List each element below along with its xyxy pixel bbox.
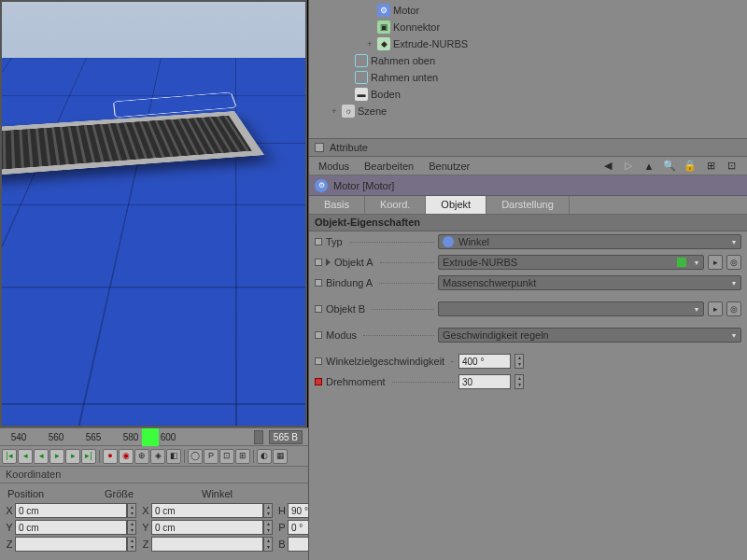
anim-toggle[interactable] — [315, 259, 322, 266]
step-fwd-button[interactable]: ▸ — [65, 449, 80, 464]
tree-node[interactable]: Rahmen unten✔ — [309, 69, 747, 86]
timeline-marker[interactable] — [142, 428, 159, 447]
anim-toggle-active[interactable] — [315, 378, 322, 385]
pos-y-input[interactable] — [15, 520, 127, 535]
opt-c-button[interactable]: ⊞ — [235, 449, 250, 464]
viewport-canvas[interactable] — [2, 2, 305, 426]
play-button[interactable]: ▸ — [49, 449, 64, 464]
play-back-button[interactable]: ◂ — [34, 449, 49, 464]
opt-p-button[interactable]: P — [204, 449, 218, 464]
size-x-input[interactable] — [151, 503, 263, 518]
up-icon[interactable]: ▲ — [642, 161, 655, 172]
anim-toggle[interactable] — [315, 305, 322, 313]
opt-b-button[interactable]: ⊡ — [219, 449, 234, 464]
drehmoment-input[interactable] — [458, 374, 511, 389]
tree-node-label: Rahmen oben — [371, 55, 441, 66]
spinner[interactable]: ▴▾ — [263, 520, 273, 535]
tab-basis[interactable]: Basis — [309, 196, 365, 214]
frame-end-field[interactable] — [254, 430, 263, 444]
separator — [99, 450, 100, 463]
key-pos-button[interactable]: ⊕ — [134, 449, 149, 464]
size-y-input[interactable] — [151, 520, 263, 535]
object-title-bar: ⚙ Motor [Motor] — [309, 175, 747, 196]
tree-node[interactable]: ⚙Motor✔ — [309, 2, 747, 19]
menu-bearbeiten[interactable]: Bearbeiten — [364, 161, 414, 172]
objekt-a-pick-button[interactable]: ▸ — [708, 255, 723, 270]
spinner[interactable]: ▴▾ — [514, 354, 524, 369]
more-icon[interactable]: ⊡ — [725, 160, 738, 172]
anim-toggle[interactable] — [315, 238, 322, 245]
objekt-b-target-button[interactable]: ◎ — [726, 301, 741, 316]
expand-icon[interactable] — [326, 259, 331, 266]
frame-current-field[interactable]: 565 B — [269, 430, 303, 444]
expand-icon[interactable]: + — [365, 39, 374, 49]
axis-h-label: H — [276, 505, 288, 516]
wzg-input[interactable] — [458, 354, 511, 369]
step-back-button[interactable]: ◂ — [18, 449, 33, 464]
pos-x-input[interactable] — [15, 503, 127, 518]
record-button[interactable]: ● — [103, 449, 118, 464]
attribute-menu-bar: Modus Bearbeiten Benutzer ◀ ▷ ▲ 🔍 🔒 ⊞ ⊡ — [309, 157, 747, 175]
tab-koord[interactable]: Koord. — [365, 196, 426, 214]
axis-y-label: Y — [140, 522, 151, 533]
timeline-ruler[interactable]: 540 560 565 580 600 565 B — [0, 427, 308, 446]
col-angle-label: Winkel — [198, 484, 291, 501]
tree-node[interactable]: ▬Boden✔ — [309, 86, 747, 103]
spinner[interactable]: ▴▾ — [127, 537, 136, 552]
size-z-input[interactable] — [151, 537, 263, 552]
anim-toggle[interactable] — [315, 331, 322, 339]
tree-node[interactable]: +◆Extrude-NURBS✔ — [309, 35, 747, 52]
lock-icon[interactable]: 🔒 — [684, 160, 697, 172]
axis-y-label: Y — [4, 522, 15, 533]
floor-icon: ▬ — [355, 88, 368, 101]
prop-typ-label: Typ — [326, 236, 343, 247]
tab-objekt[interactable]: Objekt — [426, 196, 486, 214]
link-indicator-icon — [677, 258, 686, 267]
spinner[interactable]: ▴▾ — [263, 537, 273, 552]
conn-icon: ▣ — [377, 21, 390, 34]
spinner[interactable]: ▴▾ — [263, 503, 273, 518]
opt-e-button[interactable]: ▦ — [273, 449, 288, 464]
prop-objekt-b-label: Objekt B — [326, 303, 365, 315]
viewport-3d[interactable] — [0, 0, 308, 427]
modus-combo[interactable]: Geschwindigkeit regeln — [438, 328, 741, 343]
objekt-a-field[interactable]: Extrude-NURBS — [438, 255, 704, 270]
expand-icon[interactable]: + — [330, 106, 339, 116]
anim-toggle[interactable] — [315, 357, 322, 365]
objekt-b-field[interactable] — [438, 301, 704, 316]
pos-z-input[interactable] — [15, 537, 127, 552]
goto-start-button[interactable]: |◂ — [2, 449, 17, 464]
attribute-tabs: Basis Koord. Objekt Darstellung — [309, 196, 747, 215]
objekt-a-target-button[interactable]: ◎ — [726, 255, 741, 270]
opt-a-button[interactable]: ◯ — [188, 449, 203, 464]
typ-combo[interactable]: Winkel — [438, 234, 741, 249]
menu-modus[interactable]: Modus — [318, 161, 349, 172]
bindung-a-combo[interactable]: Massenschwerpunkt — [438, 275, 741, 290]
opt-d-button[interactable]: ◐ — [257, 449, 272, 464]
menu-benutzer[interactable]: Benutzer — [429, 161, 470, 172]
tree-node[interactable]: Rahmen oben✔ — [309, 52, 747, 69]
new-icon[interactable]: ⊞ — [704, 160, 717, 172]
object-tree[interactable]: ⚙Motor✔▣Konnektor✔+◆Extrude-NURBS✔Rahmen… — [309, 0, 747, 138]
scene-icon: ☼ — [342, 105, 355, 118]
spinner[interactable]: ▴▾ — [127, 520, 136, 535]
nav-fwd-icon[interactable]: ▷ — [622, 160, 635, 172]
motor-icon: ⚙ — [377, 4, 390, 17]
panel-toggle[interactable] — [315, 143, 324, 152]
spinner[interactable]: ▴▾ — [127, 503, 136, 518]
key-rot-button[interactable]: ◧ — [166, 449, 181, 464]
key-scale-button[interactable]: ◈ — [150, 449, 165, 464]
axis-z-label: Z — [140, 539, 151, 550]
nav-back-icon[interactable]: ◀ — [601, 160, 614, 172]
tab-darstellung[interactable]: Darstellung — [486, 196, 570, 214]
objekt-b-pick-button[interactable]: ▸ — [708, 301, 723, 316]
autokey-button[interactable]: ◉ — [119, 449, 134, 464]
tree-node[interactable]: +☼Szene✔ — [309, 103, 747, 119]
prop-objekt-a-label: Objekt A — [334, 257, 374, 268]
spinner[interactable]: ▴▾ — [514, 374, 524, 389]
anim-toggle[interactable] — [315, 279, 322, 287]
axis-p-label: P — [276, 522, 288, 533]
goto-end-button[interactable]: ▸| — [81, 449, 96, 464]
search-icon[interactable]: 🔍 — [663, 160, 676, 172]
tree-node[interactable]: ▣Konnektor✔ — [309, 19, 747, 35]
